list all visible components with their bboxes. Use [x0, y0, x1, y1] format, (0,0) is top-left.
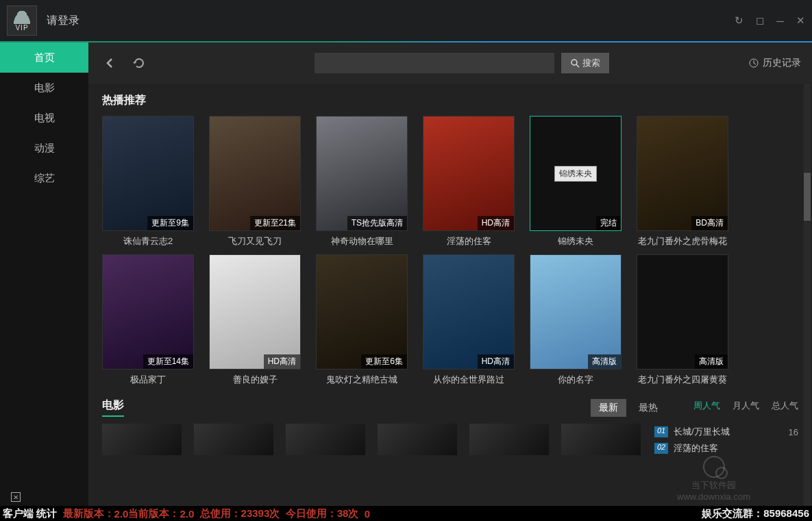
section-movies-title: 电影: [102, 398, 124, 417]
card-title: 从你的全世界路过: [423, 374, 515, 386]
rank-title: 长城/万里长城: [674, 426, 730, 438]
poster-tag: TS抢先版高清: [347, 216, 407, 230]
sidebar: 首页 电影 电视 动漫 综艺: [0, 43, 88, 506]
card-title: 飞刀又见飞刀: [209, 235, 301, 247]
scrollbar-track[interactable]: [804, 84, 811, 506]
card-title: 诛仙青云志2: [102, 235, 194, 247]
search-button[interactable]: 搜索: [561, 53, 609, 73]
poster: 更新至9集: [102, 116, 194, 231]
vip-avatar[interactable]: VIP: [7, 5, 37, 36]
poster-tag: 高清版: [588, 354, 621, 369]
card-title: 极品家丁: [102, 374, 194, 386]
card-title: 神奇动物在哪里: [316, 235, 408, 247]
poster-tag: HD高清: [478, 216, 514, 230]
rank-row[interactable]: 02 淫荡的住客: [654, 440, 798, 457]
sidebar-item-home[interactable]: 首页: [0, 43, 88, 73]
card-title: 老九门番外之四屠黄葵: [637, 374, 728, 386]
media-card[interactable]: 更新至14集极品家丁: [102, 254, 194, 386]
refresh-icon[interactable]: ↻: [735, 14, 743, 27]
statusbar: 客户端 统计 最新版本： 2.0 当前版本： 2.0 总使用： 23393次 今…: [0, 506, 812, 521]
reload-icon[interactable]: [128, 52, 150, 74]
media-card[interactable]: 高清版老九门番外之四屠黄葵: [637, 254, 728, 386]
media-card[interactable]: HD高清从你的全世界路过: [423, 254, 515, 386]
sidebar-item-tv[interactable]: 电视: [0, 103, 88, 133]
rank-tab-week[interactable]: 周人气: [693, 400, 720, 412]
media-card[interactable]: 高清版你的名字: [530, 254, 622, 386]
status-current-label: 当前版本：: [128, 507, 180, 520]
history-link[interactable]: 历史记录: [749, 57, 801, 69]
media-card[interactable]: BD高清老九门番外之虎骨梅花: [637, 116, 728, 247]
poster: 更新至14集: [102, 254, 194, 369]
rank-tabs: 周人气 月人气 总人气: [693, 400, 798, 416]
poster: 锦绣未央完结: [530, 116, 622, 231]
login-link[interactable]: 请登录: [47, 14, 79, 28]
close-x-icon[interactable]: ✕: [11, 492, 21, 502]
media-card[interactable]: 更新至6集鬼吹灯之精绝古城: [316, 254, 408, 386]
movie-thumb[interactable]: [102, 424, 182, 455]
poster: 更新至6集: [316, 254, 408, 369]
minimize-icon[interactable]: ─: [776, 15, 784, 27]
card-title: 鬼吹灯之精绝古城: [316, 374, 408, 386]
status-latest-value: 2.0: [114, 508, 129, 520]
poster-tag: 更新至14集: [143, 354, 193, 369]
movie-thumbs: [102, 424, 641, 457]
restore-icon[interactable]: ◻: [756, 14, 764, 27]
scrollbar-thumb[interactable]: [804, 173, 811, 221]
status-total-label: 总使用：: [200, 507, 241, 520]
content-area: 搜索 历史记录 热播推荐 更新至9集诛仙青云志2 更新至21集飞刀又见飞刀 TS…: [88, 43, 812, 506]
filter-hottest[interactable]: 最热: [630, 399, 666, 417]
media-card[interactable]: HD高清淫荡的住客: [423, 116, 515, 247]
poster: 高清版: [637, 254, 728, 369]
search-input[interactable]: [315, 53, 554, 73]
rank-tab-total[interactable]: 总人气: [772, 400, 798, 412]
rank-count: 16: [789, 427, 798, 437]
poster: BD高清: [637, 116, 728, 231]
media-card[interactable]: 锦绣未央完结锦绣未央: [530, 116, 622, 247]
avatar-icon: [12, 10, 32, 24]
rank-row[interactable]: 01 长城/万里长城 16: [654, 424, 798, 440]
toolbar: 搜索 历史记录: [88, 43, 812, 84]
status-today-value: 38次: [337, 507, 359, 520]
media-card[interactable]: 更新至21集飞刀又见飞刀: [209, 116, 301, 247]
section-hot-title: 热播推荐: [102, 93, 798, 108]
sidebar-item-anime[interactable]: 动漫: [0, 133, 88, 163]
scroll-area: 热播推荐 更新至9集诛仙青云志2 更新至21集飞刀又见飞刀 TS抢先版高清神奇动…: [88, 84, 812, 506]
movie-thumb[interactable]: [469, 424, 549, 455]
media-card[interactable]: HD高清善良的嫂子: [209, 254, 301, 386]
poster-tag: 完结: [596, 216, 621, 230]
poster: 更新至21集: [209, 116, 301, 231]
poster-tag: HD高清: [478, 354, 514, 369]
close-icon[interactable]: ✕: [796, 14, 805, 27]
poster: HD高清: [209, 254, 301, 369]
media-card[interactable]: TS抢先版高清神奇动物在哪里: [316, 116, 408, 247]
status-group-label: 娱乐交流群：85968456: [702, 507, 809, 520]
filter-latest[interactable]: 最新: [591, 399, 626, 417]
rank-tab-month[interactable]: 月人气: [733, 400, 759, 412]
poster-tag: HD高清: [264, 354, 300, 369]
svg-point-0: [571, 60, 577, 65]
sidebar-item-variety[interactable]: 综艺: [0, 163, 88, 193]
poster-tag: 更新至21集: [250, 216, 300, 230]
poster-tag: 更新至9集: [147, 216, 193, 230]
hot-row-1: 更新至9集诛仙青云志2 更新至21集飞刀又见飞刀 TS抢先版高清神奇动物在哪里 …: [102, 116, 798, 247]
poster: HD高清: [423, 116, 515, 231]
movies-row: 01 长城/万里长城 16 02 淫荡的住客: [102, 424, 798, 457]
card-title: 淫荡的住客: [423, 235, 515, 247]
card-title: 善良的嫂子: [209, 374, 301, 386]
status-today-label: 今日使用：: [286, 507, 337, 520]
movie-thumb[interactable]: [194, 424, 273, 455]
card-title: 锦绣未央: [530, 235, 622, 247]
movie-thumb[interactable]: [378, 424, 457, 455]
status-total-value: 23393次: [241, 507, 280, 520]
sidebar-item-movies[interactable]: 电影: [0, 73, 88, 103]
card-title: 老九门番外之虎骨梅花: [637, 235, 728, 247]
back-icon[interactable]: [99, 52, 121, 74]
watermark: 当下软件园 www.downxia.com: [677, 456, 750, 502]
clock-icon: [749, 58, 759, 68]
poster-placeholder-label: 锦绣未央: [554, 166, 597, 182]
card-title: 你的名字: [530, 374, 622, 386]
poster: HD高清: [423, 254, 515, 369]
movie-thumb[interactable]: [561, 424, 641, 455]
movie-thumb[interactable]: [286, 424, 365, 455]
media-card[interactable]: 更新至9集诛仙青云志2: [102, 116, 194, 247]
